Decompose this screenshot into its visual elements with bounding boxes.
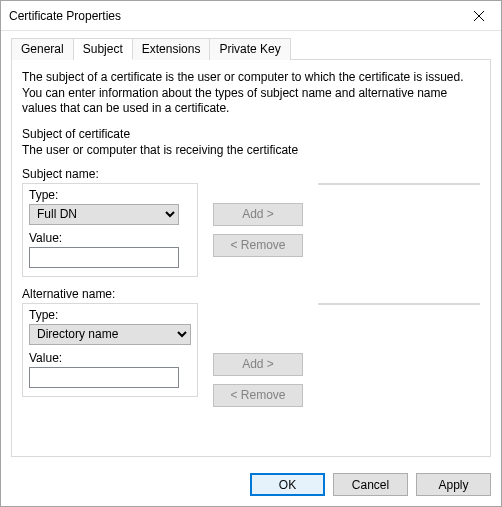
subject-name-row: Type: Full DN Value: Add > < Remove	[22, 183, 480, 277]
ok-button[interactable]: OK	[250, 473, 325, 496]
dialog-footer: OK Cancel Apply	[1, 465, 501, 506]
apply-button[interactable]: Apply	[416, 473, 491, 496]
dialog-window: Certificate Properties General Subject E…	[0, 0, 502, 507]
tab-extensions[interactable]: Extensions	[133, 38, 211, 60]
tab-subject[interactable]: Subject	[74, 38, 133, 60]
tab-strip: General Subject Extensions Private Key	[11, 37, 491, 59]
titlebar: Certificate Properties	[1, 1, 501, 31]
subject-remove-button[interactable]: < Remove	[213, 234, 303, 257]
cancel-button[interactable]: Cancel	[333, 473, 408, 496]
alternative-name-row: Type: Directory name Value: Add > < Remo…	[22, 303, 480, 446]
subject-name-heading: Subject name:	[22, 167, 480, 181]
alt-add-button[interactable]: Add >	[213, 353, 303, 376]
subject-type-label: Type:	[29, 188, 191, 202]
alternative-name-heading: Alternative name:	[22, 287, 480, 301]
alternative-name-group: Type: Directory name Value:	[22, 303, 198, 397]
subject-value-input[interactable]	[29, 247, 179, 268]
alt-buttons-col: Add > < Remove	[198, 303, 318, 415]
subject-value-label: Value:	[29, 231, 191, 245]
section-title: Subject of certificate	[22, 127, 480, 141]
alternative-name-list[interactable]	[318, 303, 480, 305]
alt-remove-button[interactable]: < Remove	[213, 384, 303, 407]
alt-value-label: Value:	[29, 351, 191, 365]
close-button[interactable]	[456, 1, 501, 30]
section-desc: The user or computer that is receiving t…	[22, 143, 480, 157]
tab-private-key[interactable]: Private Key	[210, 38, 290, 60]
subject-add-button[interactable]: Add >	[213, 203, 303, 226]
intro-text: The subject of a certificate is the user…	[22, 70, 480, 117]
tab-general[interactable]: General	[11, 38, 74, 60]
tab-panel-subject: The subject of a certificate is the user…	[11, 59, 491, 457]
alt-value-input[interactable]	[29, 367, 179, 388]
subject-buttons-col: Add > < Remove	[198, 183, 318, 265]
alt-type-label: Type:	[29, 308, 191, 322]
subject-type-select[interactable]: Full DN	[29, 204, 179, 225]
content-area: General Subject Extensions Private Key T…	[1, 31, 501, 465]
subject-name-list[interactable]	[318, 183, 480, 185]
alt-type-select[interactable]: Directory name	[29, 324, 191, 345]
close-icon	[474, 11, 484, 21]
window-title: Certificate Properties	[1, 9, 456, 23]
subject-name-group: Type: Full DN Value:	[22, 183, 198, 277]
